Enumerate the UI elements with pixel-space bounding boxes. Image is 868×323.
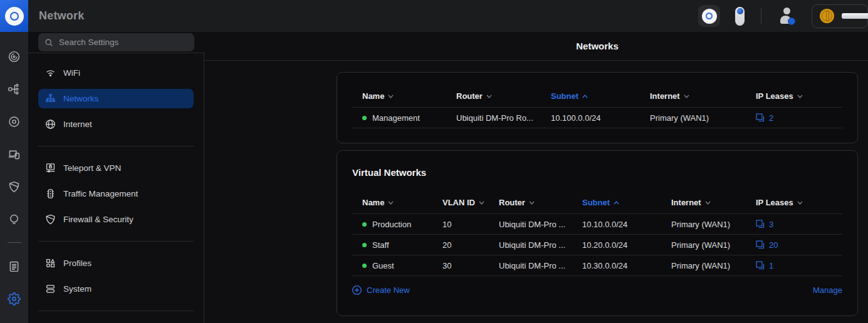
virtual-networks-panel: Virtual Networks Name VLAN ID <box>337 150 858 316</box>
console-device-icon <box>842 13 868 19</box>
network-internet: Primary (WAN1) <box>650 113 756 123</box>
system-icon <box>44 283 56 295</box>
admin-gear-icon <box>788 18 795 25</box>
column-header-ip-leases[interactable]: IP Leases <box>756 198 842 207</box>
network-vlan-id: 20 <box>442 240 499 250</box>
chevron-down-icon <box>797 95 803 98</box>
nav-item-label: Teleport & VPN <box>63 163 121 173</box>
network-router: Ubiquiti DM-Pro ... <box>499 220 582 229</box>
network-subnet: 10.30.0.0/24 <box>582 261 671 270</box>
nav-item-label: WiFi <box>63 68 80 78</box>
networks-icon <box>44 93 56 105</box>
profiles-icon <box>44 257 56 269</box>
status-online-dot <box>362 116 367 120</box>
security-icon[interactable] <box>0 172 28 201</box>
networks-panel: Name Router Subnet <box>337 72 858 143</box>
chevron-up-icon <box>614 201 619 205</box>
column-header-router[interactable]: Router <box>456 91 551 101</box>
network-name: Production <box>372 220 411 229</box>
chevron-up-icon <box>582 95 588 98</box>
nav-item-label: System <box>63 284 92 294</box>
settings-gear-icon[interactable] <box>0 284 28 313</box>
unifi-logo-icon <box>5 7 24 26</box>
column-header-name[interactable]: Name <box>352 91 456 101</box>
status-online-dot <box>362 222 367 227</box>
network-router: Ubiquiti DM-Pro ... <box>499 261 582 270</box>
nav-item-label: Traffic Management <box>63 189 138 198</box>
app-title: Network <box>39 9 84 23</box>
nav-divider <box>38 310 194 311</box>
nav-divider <box>38 241 194 242</box>
nav-item-label: Profiles <box>63 259 92 268</box>
search-input[interactable] <box>59 38 188 47</box>
nav-item-networks[interactable]: Networks <box>38 89 194 108</box>
protect-camera-icon[interactable] <box>735 7 745 26</box>
ip-leases-link[interactable]: 1 <box>756 261 842 270</box>
nav-item-traffic-management[interactable]: Traffic Management <box>38 184 194 203</box>
admin-user-icon[interactable] <box>779 8 795 25</box>
network-subnet: 10.10.0.0/24 <box>582 220 671 229</box>
nav-item-wifi[interactable]: WiFi <box>38 63 194 83</box>
column-header-router[interactable]: Router <box>499 198 582 207</box>
settings-sidebar: WiFi Networks Internet <box>28 32 204 323</box>
traffic-management-icon <box>44 188 56 200</box>
search-icon <box>44 38 53 47</box>
table-row-staff[interactable]: Staff 20 Ubiquiti DM-Pro ... 10.20.0.0/2… <box>352 235 842 255</box>
network-subnet: 10.20.0.0/24 <box>582 240 671 250</box>
site-globe-icon <box>820 9 834 23</box>
nav-item-internet[interactable]: Internet <box>38 115 194 134</box>
nav-item-label: Firewall & Security <box>63 215 133 224</box>
sidebar-icon-rail <box>0 32 28 323</box>
column-header-internet[interactable]: Internet <box>650 91 756 101</box>
ip-leases-link[interactable]: 2 <box>756 113 842 123</box>
nav-item-teleport-vpn[interactable]: Teleport & VPN <box>38 158 194 178</box>
topology-icon[interactable] <box>0 74 28 103</box>
dashboard-icon[interactable] <box>0 42 28 71</box>
unifi-network-app: Network <box>0 0 868 323</box>
insights-icon[interactable] <box>0 205 28 233</box>
settings-search[interactable] <box>38 33 194 51</box>
wifi-icon <box>44 67 56 79</box>
ip-leases-link[interactable]: 3 <box>756 220 842 229</box>
unifi-logo[interactable] <box>0 0 28 32</box>
nav-item-label: Internet <box>63 120 92 129</box>
rail-divider <box>8 242 21 243</box>
status-online-dot <box>362 264 367 268</box>
column-header-internet[interactable]: Internet <box>671 198 756 207</box>
column-header-subnet[interactable]: Subnet <box>551 91 650 101</box>
column-header-vlan-id[interactable]: VLAN ID <box>442 198 499 207</box>
nav-item-profiles[interactable]: Profiles <box>38 254 194 273</box>
system-log-icon[interactable] <box>0 252 28 280</box>
page-title: Networks <box>576 41 619 51</box>
topbar: Network <box>0 0 868 32</box>
clients-icon[interactable] <box>0 140 28 168</box>
table-row-management[interactable]: Management Ubiquiti DM-Pro Ro... 10.100.… <box>352 108 842 128</box>
virtual-networks-table: Name VLAN ID Router <box>337 192 857 276</box>
network-router: Ubiquiti DM-Pro Ro... <box>456 113 551 123</box>
network-vlan-id: 10 <box>442 220 499 229</box>
networks-table: Name Router Subnet <box>337 85 857 128</box>
leases-icon <box>756 240 765 249</box>
network-router: Ubiquiti DM-Pro ... <box>499 240 582 250</box>
network-internet: Primary (WAN1) <box>671 240 756 250</box>
create-new-button[interactable]: Create New <box>352 285 410 295</box>
network-name: Management <box>372 113 420 123</box>
nav-divider <box>38 146 194 146</box>
devices-icon[interactable] <box>0 107 28 136</box>
column-header-name[interactable]: Name <box>352 198 442 207</box>
manage-link[interactable]: Manage <box>813 285 842 295</box>
chevron-down-icon <box>529 201 535 205</box>
teleport-vpn-icon <box>44 162 56 174</box>
column-header-subnet[interactable]: Subnet <box>582 198 671 207</box>
table-row-guest[interactable]: Guest 30 Ubiquiti DM-Pro ... 10.30.0.0/2… <box>352 255 842 276</box>
network-internet: Primary (WAN1) <box>671 220 756 229</box>
nav-item-firewall-security[interactable]: Firewall & Security <box>38 210 194 229</box>
console-selector[interactable] <box>812 4 868 28</box>
chevron-down-icon <box>705 201 711 205</box>
ip-leases-link[interactable]: 20 <box>756 240 842 250</box>
column-header-ip-leases[interactable]: IP Leases <box>756 91 842 101</box>
network-app-icon[interactable] <box>698 5 720 27</box>
table-row-production[interactable]: Production 10 Ubiquiti DM-Pro ... 10.10.… <box>352 214 842 235</box>
network-name: Guest <box>372 261 394 270</box>
nav-item-system[interactable]: System <box>38 279 194 299</box>
